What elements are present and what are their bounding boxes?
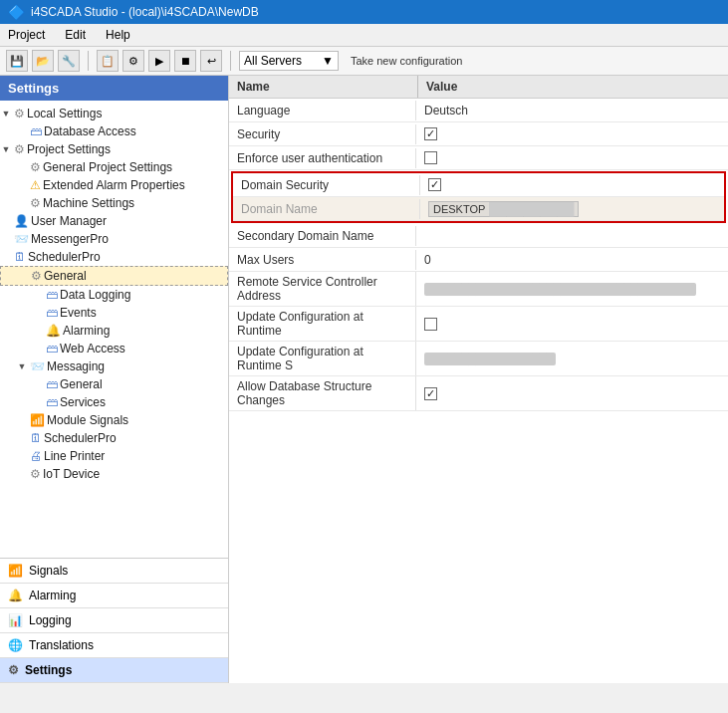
toolbar-btn-1[interactable]: 💾 — [6, 50, 28, 72]
update-runtime-checkbox[interactable] — [424, 318, 437, 331]
row-update-runtime-s-value: ██████████████████ — [416, 349, 728, 368]
row-domain-security-value[interactable] — [420, 175, 724, 194]
sidebar-item-local-settings[interactable]: ▼ ⚙ Local Settings — [0, 105, 228, 122]
row-domain-name-label: Domain Name — [233, 199, 420, 219]
menu-help[interactable]: Help — [102, 26, 134, 44]
sidebar-item-schedulerpro2[interactable]: 🗓 SchedulerPro — [0, 429, 228, 447]
mg-label: General — [60, 377, 103, 391]
toolbar-btn-5[interactable]: ⚙ — [122, 50, 144, 72]
window-title: i4SCADA Studio - (local)\i4SCADA\NewDB — [31, 5, 259, 19]
sidebar-item-web-access[interactable]: 🗃 Web Access — [0, 340, 228, 357]
sidebar-item-database-access[interactable]: 🗃 Database Access — [0, 122, 228, 140]
server-dropdown[interactable]: All Servers ▼ — [239, 51, 339, 71]
sidebar-item-machine-settings[interactable]: ⚙ Machine Settings — [0, 194, 228, 212]
sidebar-btn-signals[interactable]: 📶 Signals — [0, 559, 228, 584]
row-allow-db-changes-name: Allow Database Structure Changes — [229, 376, 416, 410]
row-update-runtime-value[interactable] — [416, 315, 728, 334]
toggle-gps — [16, 161, 28, 173]
sidebar-btn-logging[interactable]: 📊 Logging — [0, 608, 228, 633]
modsig-label: Module Signals — [47, 413, 128, 427]
sidebar-btn-alarming[interactable]: 🔔 Alarming — [0, 584, 228, 608]
wa-icon: 🗃 — [46, 342, 58, 356]
lp-label: Line Printer — [44, 449, 105, 463]
settings-icon: ⚙ — [8, 663, 19, 677]
toggle-project[interactable]: ▼ — [0, 143, 12, 155]
db-access-icon: 🗃 — [30, 124, 42, 138]
iot-label: IoT Device — [43, 467, 100, 481]
toolbar-btn-2[interactable]: 📂 — [32, 50, 54, 72]
sidebar: Settings ▼ ⚙ Local Settings 🗃 Database A… — [0, 76, 229, 683]
eap-icon: ⚠ — [30, 178, 41, 192]
toolbar-btn-8[interactable]: ↩ — [200, 50, 222, 72]
sidebar-item-msg-general[interactable]: 🗃 General — [0, 375, 228, 393]
signals-label: Signals — [29, 564, 68, 578]
row-security-value[interactable] — [416, 124, 728, 143]
toggle-local[interactable]: ▼ — [0, 108, 12, 119]
row-update-runtime: Update Configuration at Runtime — [229, 307, 728, 342]
row-secondary-domain-value — [416, 233, 728, 239]
sidebar-btn-settings[interactable]: ⚙ Settings — [0, 658, 228, 683]
toolbar-btn-6[interactable]: ▶ — [148, 50, 170, 72]
red-border-group: Domain Security Domain Name DESKTOP█████… — [231, 171, 726, 223]
row-remote-svc-name: Remote Service Controller Address — [229, 272, 416, 306]
um-icon: 👤 — [14, 214, 29, 228]
sidebar-item-user-manager[interactable]: 👤 User Manager — [0, 212, 228, 230]
sidebar-item-services[interactable]: 🗃 Services — [0, 393, 228, 411]
toggle-ev — [32, 307, 44, 319]
toolbar-btn-7[interactable]: ⏹ — [174, 50, 196, 72]
sidebar-item-iot-device[interactable]: ⚙ IoT Device — [0, 465, 228, 483]
security-checkbox[interactable] — [424, 127, 437, 140]
logging-label: Logging — [29, 613, 72, 627]
sidebar-item-project-settings[interactable]: ▼ ⚙ Project Settings — [0, 140, 228, 158]
svc-icon: 🗃 — [46, 395, 58, 409]
allow-db-changes-checkbox[interactable] — [424, 387, 437, 400]
sidebar-item-messaging[interactable]: ▼ 📨 Messaging — [0, 357, 228, 375]
toggle-modsig — [16, 414, 28, 426]
toggle-db — [16, 125, 28, 137]
sidebar-bottom: 📶 Signals 🔔 Alarming 📊 Logging 🌐 Transla… — [0, 558, 228, 683]
main-layout: Settings ▼ ⚙ Local Settings 🗃 Database A… — [0, 76, 728, 683]
sidebar-item-data-logging[interactable]: 🗃 Data Logging — [0, 286, 228, 304]
sidebar-item-general-project[interactable]: ⚙ General Project Settings — [0, 158, 228, 176]
menu-project[interactable]: Project — [4, 26, 49, 44]
sidebar-item-line-printer[interactable]: 🖨 Line Printer — [0, 447, 228, 465]
al-icon: 🔔 — [46, 324, 61, 338]
iot-icon: ⚙ — [30, 467, 41, 481]
row-security: Security — [229, 122, 728, 146]
sidebar-item-alarming[interactable]: 🔔 Alarming — [0, 322, 228, 340]
row-max-users: Max Users 0 — [229, 248, 728, 272]
sidebar-btn-translations[interactable]: 🌐 Translations — [0, 633, 228, 658]
toolbar: 💾 📂 🔧 📋 ⚙ ▶ ⏹ ↩ All Servers ▼ Take new c… — [0, 47, 728, 76]
row-update-runtime-s-name: Update Configuration at Runtime S — [229, 342, 416, 375]
sidebar-item-extended-alarm[interactable]: ⚠ Extended Alarm Properties — [0, 176, 228, 194]
row-language-value: Deutsch — [416, 101, 728, 120]
content-header: Name Value — [229, 76, 728, 99]
enforce-auth-checkbox[interactable] — [424, 151, 437, 164]
sp2-icon: 🗓 — [30, 431, 42, 445]
row-enforce-auth-value[interactable] — [416, 148, 728, 167]
toolbar-sep-1 — [88, 51, 89, 71]
domain-security-checkbox[interactable] — [428, 178, 441, 191]
row-secondary-domain: Secondary Domain Name — [229, 224, 728, 248]
toolbar-btn-4[interactable]: 📋 — [97, 50, 119, 72]
sp-label: SchedulerPro — [28, 250, 101, 264]
gps-label: General Project Settings — [43, 160, 172, 174]
modsig-icon: 📶 — [30, 413, 45, 427]
ev-icon: 🗃 — [46, 306, 58, 320]
toggle-msg[interactable]: ▼ — [16, 360, 28, 372]
toggle-iot — [16, 468, 28, 480]
toolbar-btn-3[interactable]: 🔧 — [58, 50, 80, 72]
sidebar-item-messengerpro[interactable]: 📨 MessengerPro — [0, 230, 228, 248]
remote-svc-blurred: ██████████████████████████████████████ — [424, 283, 696, 296]
al-label: Alarming — [63, 324, 110, 338]
sidebar-item-general[interactable]: ⚙ General — [0, 266, 228, 286]
settings-label: Settings — [25, 663, 72, 677]
sidebar-item-events[interactable]: 🗃 Events — [0, 304, 228, 322]
server-dropdown-label: All Servers — [244, 54, 302, 68]
signals-icon: 📶 — [8, 564, 23, 578]
sidebar-item-schedulerpro[interactable]: 🗓 SchedulerPro — [0, 248, 228, 266]
row-allow-db-changes-value[interactable] — [416, 384, 728, 403]
menu-edit[interactable]: Edit — [61, 26, 90, 44]
toggle-mp — [0, 233, 12, 245]
sidebar-item-module-signals[interactable]: 📶 Module Signals — [0, 411, 228, 429]
